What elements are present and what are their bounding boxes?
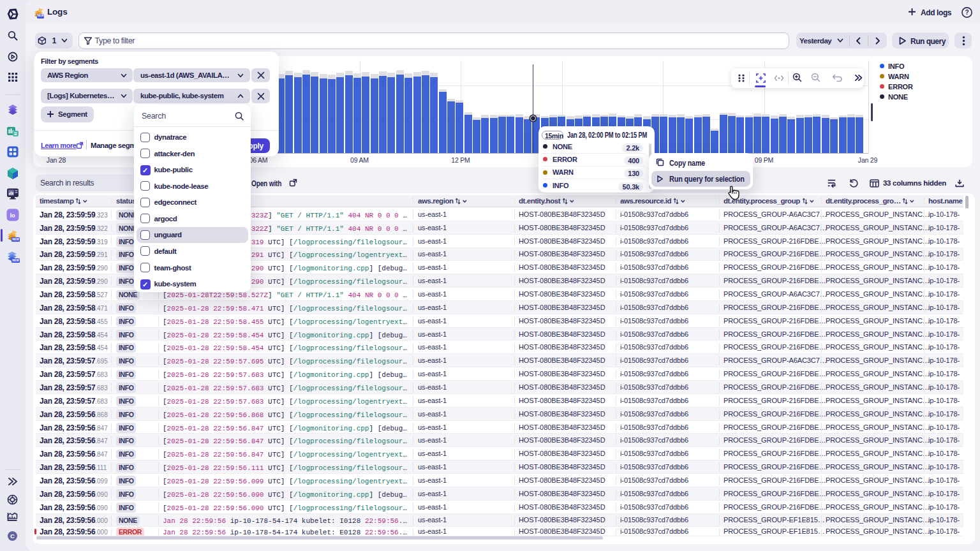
svg-text:?: ? — [965, 9, 969, 16]
svg-text:NEW: NEW — [12, 259, 19, 262]
svg-text:lo: lo — [10, 212, 16, 219]
svg-text:NEW: NEW — [12, 238, 19, 241]
